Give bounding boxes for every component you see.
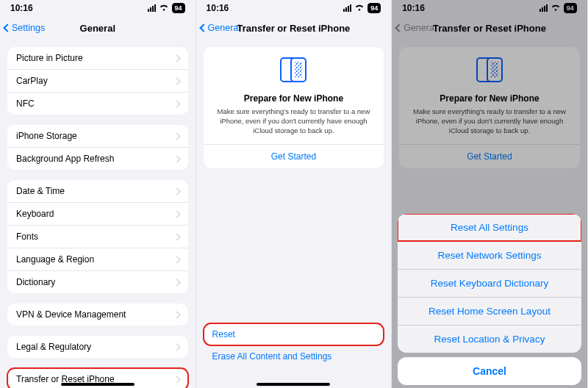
list-item[interactable]: Background App Refresh: [7, 147, 188, 170]
list-item[interactable]: Keyboard: [7, 202, 188, 225]
item-label: Background App Refresh: [16, 154, 114, 164]
back-label: Settings: [12, 23, 45, 33]
back-button[interactable]: Settings: [4, 23, 45, 33]
home-indicator[interactable]: [61, 383, 135, 386]
reset-network-settings[interactable]: Reset Network Settings: [398, 241, 581, 269]
list-item[interactable]: iPhone Storage: [7, 125, 188, 147]
item-label: Reset: [212, 329, 235, 340]
action-sheet: Reset All Settings Reset Network Setting…: [398, 214, 581, 385]
screen-general: 10:16 94 Settings General Picture in Pic…: [0, 0, 196, 388]
list-item[interactable]: Picture in Picture: [7, 47, 188, 69]
reset-item[interactable]: Reset: [204, 323, 384, 345]
back-label: General: [208, 23, 240, 33]
reset-home-screen-layout[interactable]: Reset Home Screen Layout: [398, 297, 581, 325]
item-label: Language & Region: [16, 254, 94, 265]
item-label: Fonts: [16, 231, 38, 242]
status-time: 10:16: [10, 3, 33, 13]
list-item[interactable]: Legal & Regulatory: [7, 336, 188, 358]
screen-reset-sheet: 10:16 94 General Transfer or Reset iPhon…: [392, 0, 588, 388]
back-button[interactable]: General: [201, 23, 240, 33]
chevron-left-icon: [199, 24, 207, 32]
chevron-right-icon: [173, 132, 180, 140]
transfer-phones-icon: [277, 56, 309, 85]
item-label: Picture in Picture: [16, 53, 83, 63]
battery-icon: 94: [172, 3, 185, 13]
battery-icon: 94: [368, 3, 381, 13]
chevron-right-icon: [173, 343, 180, 351]
reset-location-privacy[interactable]: Reset Location & Privacy: [398, 325, 581, 353]
list-item[interactable]: Date & Time: [7, 180, 188, 202]
item-label: VPN & Device Management: [16, 309, 126, 320]
reset-all-settings[interactable]: Reset All Settings: [398, 214, 581, 241]
list-item[interactable]: CarPlay: [7, 69, 188, 92]
chevron-right-icon: [173, 311, 180, 318]
nav-bar: Settings General: [0, 16, 196, 40]
chevron-right-icon: [173, 54, 180, 62]
settings-list: Picture in Picture CarPlay NFC iPhone St…: [0, 47, 196, 388]
item-label: CarPlay: [16, 76, 48, 86]
list-item[interactable]: VPN & Device Management: [7, 303, 188, 326]
chevron-right-icon: [173, 187, 180, 195]
item-label: Date & Time: [16, 186, 65, 196]
screen-transfer-reset: 10:16 94 General Transfer or Reset iPhon…: [196, 0, 392, 388]
cellular-icon: [343, 4, 351, 12]
cellular-icon: [148, 4, 156, 12]
list-item[interactable]: NFC: [7, 92, 188, 115]
item-label: iPhone Storage: [16, 131, 77, 141]
chevron-right-icon: [173, 100, 180, 107]
chevron-left-icon: [3, 24, 11, 32]
status-bar: 10:16 94: [0, 0, 196, 16]
chevron-right-icon: [173, 233, 180, 240]
erase-all-link[interactable]: Erase All Content and Settings: [204, 345, 384, 367]
prepare-card: Prepare for New iPhone Make sure everyth…: [204, 47, 384, 168]
chevron-right-icon: [173, 256, 180, 263]
chevron-right-icon: [173, 279, 180, 286]
cancel-button[interactable]: Cancel: [398, 357, 581, 385]
item-label: Legal & Regulatory: [16, 342, 91, 352]
card-body: Make sure everything's ready to transfer…: [214, 107, 374, 135]
reset-keyboard-dictionary[interactable]: Reset Keyboard Dictionary: [398, 269, 581, 297]
item-label: Dictionary: [16, 277, 55, 287]
nav-bar: General Transfer or Reset iPhone: [196, 16, 392, 40]
list-item[interactable]: Language & Region: [7, 248, 188, 270]
list-item[interactable]: Fonts: [7, 225, 188, 248]
list-item[interactable]: Dictionary: [7, 270, 188, 293]
home-indicator[interactable]: [257, 383, 330, 386]
wifi-icon: [354, 3, 365, 13]
chevron-right-icon: [173, 376, 180, 383]
item-label: NFC: [16, 98, 35, 109]
chevron-right-icon: [173, 155, 180, 162]
card-heading: Prepare for New iPhone: [214, 93, 374, 104]
get-started-button[interactable]: Get Started: [204, 144, 384, 168]
status-time: 10:16: [207, 3, 229, 13]
status-bar: 10:16 94: [196, 0, 392, 16]
chevron-right-icon: [173, 77, 180, 85]
chevron-right-icon: [173, 210, 180, 218]
wifi-icon: [159, 3, 169, 13]
item-label: Keyboard: [16, 209, 54, 219]
